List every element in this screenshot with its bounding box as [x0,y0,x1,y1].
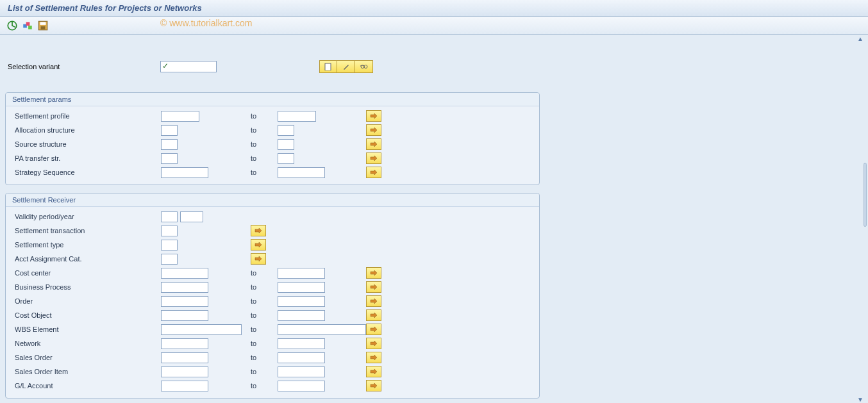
scroll-down-icon[interactable]: ▼ [856,395,864,403]
to-label: to [251,297,278,305]
from-input[interactable] [161,366,208,377]
multiple-selection-button[interactable] [366,309,381,321]
period-input[interactable] [161,211,178,222]
from-input[interactable] [161,381,208,391]
to-input[interactable] [278,167,325,178]
to-input[interactable] [278,366,325,377]
to-input[interactable] [278,338,325,349]
check-icon: ✓ [162,62,169,70]
multiple-selection-button[interactable] [366,366,381,377]
variant-icon[interactable] [22,20,33,31]
from-input[interactable] [161,324,242,335]
svg-rect-6 [41,26,46,29]
form-row: Networkto [6,336,539,350]
content: Selection variant ✓ Settlement params [0,35,868,403]
field-label: Source structure [15,140,161,148]
multiple-selection-button[interactable] [366,267,381,279]
multiple-selection-button[interactable] [366,124,381,136]
multiple-selection-button[interactable] [366,281,381,293]
field-label: Settlement type [15,241,161,249]
to-input[interactable] [278,125,294,136]
to-label: to [251,126,278,134]
from-input[interactable] [161,310,208,321]
multiple-selection-button[interactable] [366,152,381,164]
to-label: to [251,269,278,277]
to-label: to [251,354,278,361]
scroll-area: ▲ ▼ Selection variant ✓ [0,35,868,403]
multiple-selection-button[interactable] [366,352,381,363]
execute-icon[interactable] [6,20,18,31]
to-label: to [251,154,278,162]
to-input[interactable] [278,111,316,122]
edit-variant-button[interactable] [337,60,355,73]
single-input[interactable] [161,254,178,265]
multiple-selection-button[interactable] [366,110,381,122]
field-label: Acct Assignment Cat. [15,255,161,263]
to-input[interactable] [278,296,325,307]
multiple-selection-button[interactable] [251,253,266,265]
multiple-selection-button[interactable] [251,239,266,251]
variant-button-group [319,60,373,73]
form-row: Settlement type [6,238,539,252]
svg-rect-2 [26,22,30,26]
from-input[interactable] [161,296,208,307]
field-label: Sales Order Item [15,368,161,375]
to-input[interactable] [278,381,325,391]
year-input[interactable] [180,211,203,222]
multiple-selection-button[interactable] [366,338,381,349]
form-row: Business Processto [6,280,539,294]
multiple-selection-button[interactable] [366,167,381,178]
from-input[interactable] [161,125,178,136]
field-label: Business Process [15,283,161,291]
from-input[interactable] [161,139,178,150]
single-input[interactable] [161,240,178,251]
to-input[interactable] [278,268,325,279]
toolbar: © www.tutorialkart.com [0,17,868,35]
selection-variant-input[interactable] [160,61,217,72]
watermark: © www.tutorialkart.com [160,18,252,28]
field-label: Allocation structure [15,126,161,134]
multiple-selection-button[interactable] [366,138,381,150]
create-variant-button[interactable] [319,60,337,73]
to-label: to [251,382,278,390]
to-input[interactable] [278,310,325,321]
from-input[interactable] [161,282,208,293]
form-row: Sales Order Itemto [6,365,539,379]
form-row: PA transfer str.to [6,151,539,165]
to-input[interactable] [278,324,366,335]
form-row: Cost centerto [6,266,539,280]
form-row: Settlement transaction [6,224,539,238]
from-input[interactable] [161,352,208,363]
to-label: to [251,283,278,291]
multiple-selection-button[interactable] [251,225,266,236]
save-icon[interactable] [37,20,49,31]
to-input[interactable] [278,139,294,150]
to-input[interactable] [278,282,325,293]
from-input[interactable] [161,338,208,349]
multiple-selection-button[interactable] [366,295,381,307]
from-input[interactable] [161,167,208,178]
to-label: to [251,325,278,333]
multiple-selection-button[interactable] [366,324,381,335]
from-input[interactable] [161,111,199,122]
from-input[interactable] [161,268,208,279]
field-label: Sales Order [15,354,161,361]
field-label: PA transfer str. [15,154,161,162]
to-input[interactable] [278,153,294,164]
multiple-selection-button[interactable] [366,380,381,391]
svg-rect-3 [28,26,32,29]
field-label: Network [15,340,161,347]
display-variant-button[interactable] [355,60,373,73]
settlement-params-group: Settlement params Settlement profiletoAl… [5,92,540,185]
scroll-up-icon[interactable]: ▲ [856,35,864,42]
from-input[interactable] [161,153,178,164]
field-label: WBS Element [15,325,161,333]
scroll-handle[interactable] [864,163,867,227]
field-label: Validity period/year [15,213,161,220]
form-row: Orderto [6,294,539,308]
form-row: Acct Assignment Cat. [6,252,539,266]
single-input[interactable] [161,226,178,236]
to-input[interactable] [278,352,325,363]
field-label: Order [15,297,161,305]
to-label: to [251,140,278,148]
